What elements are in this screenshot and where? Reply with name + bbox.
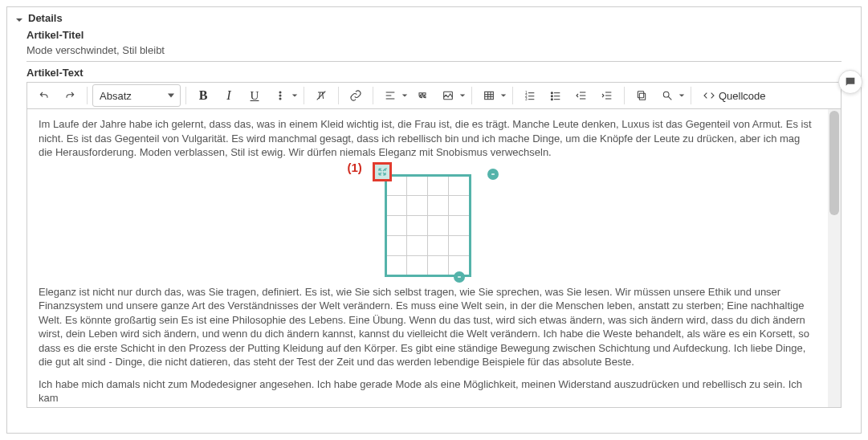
svg-point-19 (551, 92, 552, 94)
undo-button[interactable] (32, 84, 56, 107)
separator (338, 87, 339, 104)
svg-point-21 (551, 99, 552, 100)
separator (373, 87, 373, 104)
svg-point-2 (279, 98, 281, 100)
redo-button[interactable] (58, 84, 82, 107)
paragraph[interactable]: Ich habe mich damals nicht zum Modedesig… (39, 377, 817, 405)
source-code-label: Quellcode (719, 90, 766, 102)
separator (512, 87, 513, 104)
bold-button[interactable]: B (191, 84, 215, 107)
svg-point-20 (551, 96, 552, 97)
table-caret-icon[interactable] (499, 84, 507, 107)
copy-button[interactable] (630, 84, 654, 107)
outdent-button[interactable] (569, 84, 593, 107)
numbered-list-button[interactable]: 123 (518, 84, 542, 107)
find-caret-icon[interactable] (678, 84, 686, 107)
divider (26, 61, 842, 62)
paragraph[interactable]: Eleganz ist nicht nur durch das, was Sie… (39, 285, 817, 369)
italic-button[interactable]: I (217, 84, 241, 107)
insert-media-button[interactable] (436, 84, 460, 107)
svg-rect-8 (485, 92, 494, 99)
inserted-table-wrapper: (1) (385, 174, 471, 277)
bullet-list-button[interactable] (544, 84, 568, 107)
comment-add-button[interactable] (838, 70, 862, 94)
align-caret-icon[interactable] (401, 84, 409, 107)
separator (624, 87, 625, 104)
separator (185, 87, 186, 104)
details-panel: Details Artikel-Titel Mode verschwindet,… (6, 6, 862, 434)
more-format-button[interactable] (268, 84, 292, 107)
svg-point-0 (279, 92, 281, 93)
clear-format-button[interactable] (309, 84, 333, 107)
source-code-button[interactable]: Quellcode (696, 84, 772, 107)
find-replace-button[interactable] (655, 84, 679, 107)
underline-button[interactable]: U (242, 84, 267, 107)
blockquote-button[interactable] (410, 84, 434, 107)
indent-button[interactable] (595, 84, 619, 107)
paragraph[interactable]: Im Laufe der Jahre habe ich gelernt, das… (39, 117, 817, 160)
separator (471, 87, 472, 104)
more-format-caret-icon[interactable] (291, 84, 299, 107)
annotation-marker: (1) (348, 160, 362, 176)
paragraph-style-label: Absatz (100, 90, 132, 102)
editor-content[interactable]: Im Laufe der Jahre habe ich gelernt, das… (27, 109, 828, 407)
svg-rect-32 (638, 92, 643, 98)
svg-point-33 (663, 92, 669, 97)
separator (691, 87, 691, 104)
svg-text:3: 3 (525, 97, 528, 101)
insert-media-caret-icon[interactable] (458, 84, 467, 107)
svg-point-1 (279, 95, 281, 96)
article-text-label: Artikel-Text (26, 67, 853, 79)
separator (304, 87, 304, 104)
svg-rect-31 (639, 93, 645, 100)
editor-scrollbar[interactable] (828, 109, 841, 407)
link-button[interactable] (344, 84, 368, 107)
paragraph-style-dropdown[interactable]: Absatz (92, 84, 181, 107)
section-title: Details (28, 12, 63, 24)
chevron-down-icon (15, 14, 23, 22)
align-button[interactable] (378, 84, 402, 107)
article-title-value[interactable]: Mode verschwindet, Stil bleibt (26, 44, 853, 56)
inserted-table[interactable] (385, 174, 471, 277)
table-resize-handle-top[interactable] (487, 169, 499, 180)
separator (87, 87, 88, 104)
table-button[interactable] (477, 84, 501, 107)
article-title-label: Artikel-Titel (26, 29, 853, 41)
svg-line-34 (668, 96, 671, 100)
scrollbar-thumb[interactable] (829, 111, 839, 215)
editor-toolbar: Absatz B I U 123 Quellcode (26, 82, 842, 109)
table-resize-handle-bottom[interactable] (454, 271, 465, 283)
editor-frame: Im Laufe der Jahre habe ich gelernt, das… (26, 109, 842, 408)
section-header[interactable]: Details (15, 12, 853, 24)
table-select-handle[interactable] (373, 163, 391, 181)
